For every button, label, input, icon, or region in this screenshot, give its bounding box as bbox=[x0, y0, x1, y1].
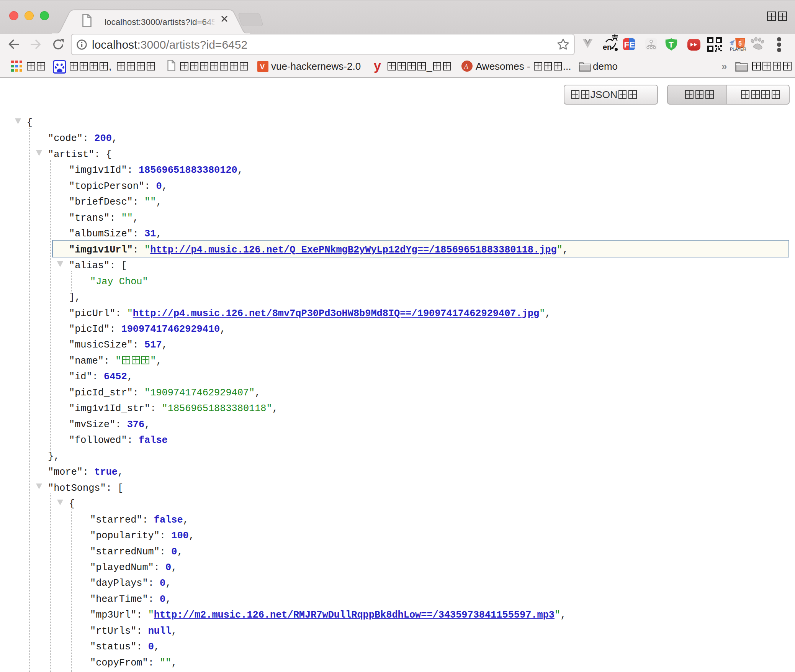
svg-text:PLAYER: PLAYER bbox=[730, 47, 746, 51]
svg-text:T: T bbox=[669, 40, 674, 49]
svg-text:A: A bbox=[464, 63, 468, 70]
svg-text:5: 5 bbox=[738, 40, 742, 47]
svg-text:E: E bbox=[630, 40, 635, 49]
svg-text:F: F bbox=[624, 40, 629, 49]
svg-text:V: V bbox=[260, 63, 265, 71]
svg-text:en: en bbox=[603, 43, 612, 51]
